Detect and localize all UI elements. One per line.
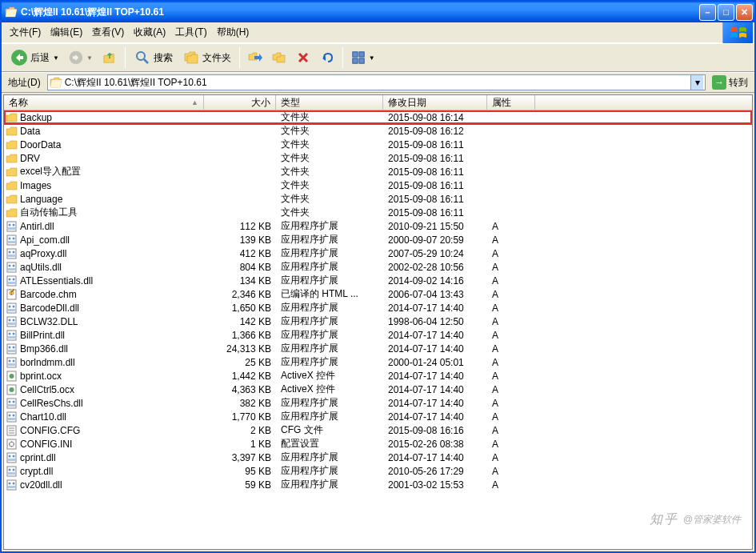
go-button[interactable]: → 转到 bbox=[709, 74, 751, 90]
titlebar[interactable]: C:\辉煌II 10.61\辉煌II TOP+10.61 － □ ✕ bbox=[2, 2, 754, 22]
search-button[interactable]: 搜索 bbox=[130, 46, 177, 70]
file-type: 应用程序扩展 bbox=[276, 301, 383, 315]
copy-button[interactable] bbox=[268, 47, 290, 68]
file-row[interactable]: Api_com.dll139 KB应用程序扩展2000-09-07 20:59A bbox=[4, 233, 752, 246]
menu-tools[interactable]: 工具(T) bbox=[170, 24, 211, 41]
file-row[interactable]: CONFIG.CFG2 KBCFG 文件2015-09-08 16:16A bbox=[4, 423, 752, 437]
file-type: 应用程序扩展 bbox=[276, 274, 383, 287]
file-attr: A bbox=[487, 384, 535, 395]
file-row[interactable]: DRV文件夹2015-09-08 16:11 bbox=[4, 151, 752, 165]
file-name: cprint.dll bbox=[20, 452, 56, 463]
file-row[interactable]: CellResChs.dll382 KB应用程序扩展2014-07-17 14:… bbox=[4, 396, 752, 410]
views-icon bbox=[351, 50, 366, 65]
file-row[interactable]: ATLEssentials.dll134 KB应用程序扩展2014-09-02 … bbox=[4, 274, 752, 287]
undo-button[interactable] bbox=[316, 47, 338, 68]
file-type: CFG 文件 bbox=[276, 423, 383, 437]
file-name: Api_com.dll bbox=[20, 234, 70, 246]
file-row[interactable]: BarcodeDll.dll1,650 KB应用程序扩展2014-07-17 1… bbox=[4, 301, 752, 315]
maximize-button[interactable]: □ bbox=[718, 4, 734, 21]
dll-icon bbox=[6, 303, 18, 314]
address-input[interactable]: C:\辉煌II 10.61\辉煌II TOP+10.61 ▾ bbox=[47, 74, 706, 90]
folder-icon bbox=[6, 194, 18, 205]
file-row[interactable]: aqUtils.dll804 KB应用程序扩展2002-02-28 10:56A bbox=[4, 260, 752, 274]
file-row[interactable]: DoorData文件夹2015-09-08 16:11 bbox=[4, 138, 752, 151]
back-button[interactable]: 后退 ▼ bbox=[6, 46, 63, 70]
file-attr: A bbox=[487, 439, 535, 450]
file-name: excel导入配置 bbox=[20, 165, 81, 178]
menu-view[interactable]: 查看(V) bbox=[87, 24, 129, 41]
file-size: 95 KB bbox=[204, 466, 276, 477]
views-button[interactable]: ▼ bbox=[347, 47, 379, 68]
file-type: 文件夹 bbox=[276, 124, 383, 138]
menu-favorites[interactable]: 收藏(A) bbox=[129, 24, 170, 41]
file-name: CellCtrl5.ocx bbox=[20, 384, 74, 395]
file-row[interactable]: CellCtrl5.ocx4,363 KBActiveX 控件2014-07-1… bbox=[4, 383, 752, 396]
close-button[interactable]: ✕ bbox=[736, 4, 753, 21]
explorer-window: C:\辉煌II 10.61\辉煌II TOP+10.61 － □ ✕ 文件(F)… bbox=[0, 0, 756, 553]
column-date[interactable]: 修改日期 bbox=[383, 95, 487, 110]
file-date: 2001-03-02 15:53 bbox=[383, 479, 487, 491]
file-row[interactable]: cprint.dll3,397 KB应用程序扩展2014-07-17 14:40… bbox=[4, 451, 752, 464]
file-row[interactable]: Barcode.chm2,346 KB已编译的 HTML ...2006-07-… bbox=[4, 287, 752, 301]
file-row[interactable]: borlndmm.dll25 KB应用程序扩展2000-01-24 05:01A bbox=[4, 355, 752, 369]
file-date: 2015-09-08 16:11 bbox=[383, 180, 487, 191]
column-name[interactable]: 名称▲ bbox=[4, 95, 204, 110]
file-row[interactable]: CONFIG.INI1 KB配置设置2015-02-26 08:38A bbox=[4, 437, 752, 451]
file-name: aqUtils.dll bbox=[20, 262, 62, 273]
file-type: 文件夹 bbox=[276, 192, 383, 206]
column-size[interactable]: 大小 bbox=[204, 95, 276, 110]
file-row[interactable]: excel导入配置文件夹2015-09-08 16:11 bbox=[4, 165, 752, 178]
delete-button[interactable] bbox=[292, 47, 314, 68]
file-row[interactable]: Antirl.dll112 KB应用程序扩展2010-09-21 15:50A bbox=[4, 219, 752, 233]
file-row[interactable]: Images文件夹2015-09-08 16:11 bbox=[4, 178, 752, 192]
file-row[interactable]: Language文件夹2015-09-08 16:11 bbox=[4, 192, 752, 206]
file-name: borlndmm.dll bbox=[20, 357, 75, 368]
separator bbox=[239, 47, 240, 68]
search-label: 搜索 bbox=[154, 51, 173, 65]
file-list-view[interactable]: 名称▲ 大小 类型 修改日期 属性 Backup文件夹2015-09-08 16… bbox=[3, 94, 753, 550]
dll-icon bbox=[6, 343, 18, 355]
file-row[interactable]: Data文件夹2015-09-08 16:12 bbox=[4, 124, 752, 138]
minimize-button[interactable]: － bbox=[699, 4, 716, 21]
file-size: 1,366 KB bbox=[204, 330, 276, 341]
file-row[interactable]: 自动传输工具文件夹2015-09-08 16:11 bbox=[4, 206, 752, 219]
address-label: 地址(D) bbox=[5, 76, 44, 90]
file-row[interactable]: Backup文件夹2015-09-08 16:14 bbox=[4, 110, 752, 124]
file-row[interactable]: Chart10.dll1,770 KB应用程序扩展2014-07-17 14:4… bbox=[4, 410, 752, 423]
folders-button[interactable]: 文件夹 bbox=[178, 46, 235, 70]
file-row[interactable]: BillPrint.dll1,366 KB应用程序扩展2014-07-17 14… bbox=[4, 328, 752, 342]
file-size: 804 KB bbox=[204, 262, 276, 273]
file-type: 应用程序扩展 bbox=[276, 464, 383, 478]
menu-edit[interactable]: 编辑(E) bbox=[46, 24, 87, 41]
column-attr[interactable]: 属性 bbox=[487, 95, 535, 110]
forward-button[interactable]: ▼ bbox=[65, 47, 97, 68]
window-title: C:\辉煌II 10.61\辉煌II TOP+10.61 bbox=[21, 6, 699, 19]
file-row[interactable]: aqProxy.dll412 KB应用程序扩展2007-05-29 10:24A bbox=[4, 246, 752, 260]
file-row[interactable]: Bmp366.dll24,313 KB应用程序扩展2014-07-17 14:4… bbox=[4, 342, 752, 355]
up-button[interactable] bbox=[98, 47, 121, 68]
column-type[interactable]: 类型 bbox=[276, 95, 383, 110]
file-name: DoorData bbox=[20, 139, 61, 150]
svg-rect-5 bbox=[359, 52, 364, 57]
menu-file[interactable]: 文件(F) bbox=[5, 24, 46, 41]
chevron-down-icon: ▼ bbox=[369, 54, 375, 62]
svg-rect-6 bbox=[353, 58, 358, 63]
file-row[interactable]: cv20dll.dll59 KB应用程序扩展2001-03-02 15:53A bbox=[4, 478, 752, 491]
file-attr: A bbox=[487, 479, 535, 491]
chevron-down-icon: ▼ bbox=[53, 54, 59, 62]
file-name: Images bbox=[20, 180, 51, 191]
file-attr: A bbox=[487, 466, 535, 477]
file-date: 2015-09-08 16:12 bbox=[383, 126, 487, 137]
move-button[interactable] bbox=[244, 47, 266, 68]
address-dropdown[interactable]: ▾ bbox=[690, 75, 703, 90]
file-row[interactable]: BCLW32.DLL142 KB应用程序扩展1998-06-04 12:50A bbox=[4, 315, 752, 328]
file-type: 应用程序扩展 bbox=[276, 451, 383, 464]
menu-help[interactable]: 帮助(H) bbox=[212, 24, 254, 41]
file-attr: A bbox=[487, 411, 535, 423]
file-row[interactable]: bprint.ocx1,442 KBActiveX 控件2014-07-17 1… bbox=[4, 369, 752, 383]
file-type: 应用程序扩展 bbox=[276, 355, 383, 369]
file-date: 2015-09-08 16:11 bbox=[383, 194, 487, 205]
folder-icon bbox=[50, 77, 62, 88]
file-attr: A bbox=[487, 248, 535, 259]
file-row[interactable]: crypt.dll95 KB应用程序扩展2010-05-26 17:29A bbox=[4, 464, 752, 478]
